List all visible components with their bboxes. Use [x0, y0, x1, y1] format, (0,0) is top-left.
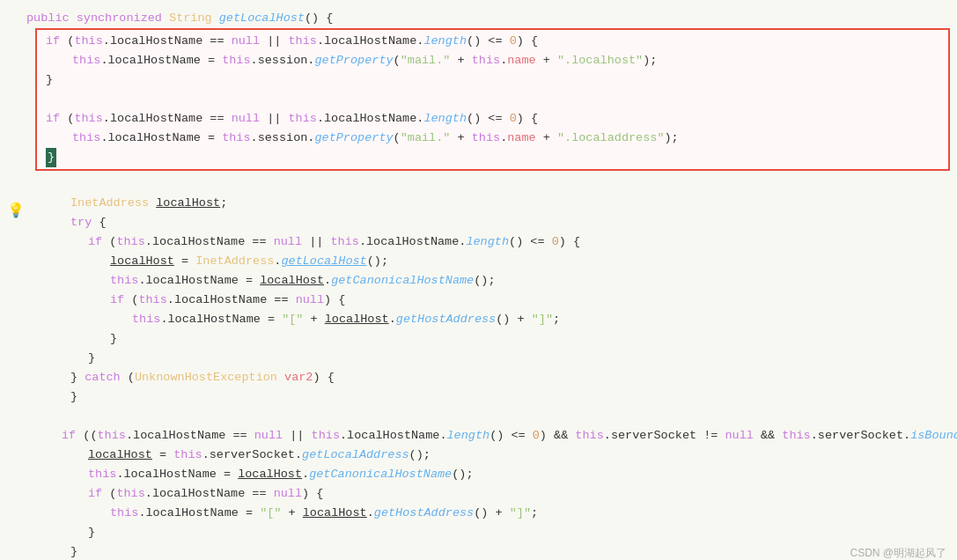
- code-line-close4: }: [35, 523, 957, 542]
- code-line-blank3: [35, 407, 957, 426]
- code-line-null-check1: if (this.localHostName == null) {: [35, 291, 957, 310]
- code-line-3: }: [37, 70, 948, 90]
- code-line-5: this.localHostName = this.session.getPro…: [37, 129, 948, 148]
- code-container: public synchronized String getLocalHost(…: [0, 0, 957, 560]
- code-line-getlocalhost: localHost = InetAddress.getLocalHost();: [35, 252, 957, 271]
- code-line-2: this.localHostName = this.session.getPro…: [37, 51, 948, 70]
- code-line-title: public synchronized String getLocalHost(…: [0, 9, 957, 28]
- code-line-serverlocal: localHost = this.serverSocket.getLocalAd…: [35, 446, 957, 465]
- code-line-null-check2: if (this.localHostName == null) {: [35, 484, 957, 504]
- code-line-4: if (this.localHostName == null || this.l…: [37, 109, 948, 129]
- code-line-hostaddress1: this.localHostName = "[" + localHost.get…: [35, 310, 957, 329]
- punct: () {: [305, 9, 333, 28]
- keyword-public: public: [26, 9, 77, 28]
- code-line-1: if (this.localHostName == null || this.l…: [37, 32, 948, 51]
- type-string: String: [169, 9, 219, 28]
- code-line-hostaddress2: this.localHostName = "[" + localHost.get…: [35, 504, 957, 523]
- method-getlocalhost: getLocalHost: [219, 9, 305, 28]
- code-line-inetaddress: InetAddress localHost;: [35, 194, 957, 213]
- code-line-canonical1: this.localHostName = localHost.getCanoni…: [35, 271, 957, 291]
- watermark: CSDN @明湖起风了: [850, 545, 946, 560]
- bulb-icon: 💡: [7, 201, 25, 224]
- code-line-close5: }: [35, 542, 957, 560]
- code-line-canonical2: this.localHostName = localHost.getCanoni…: [35, 465, 957, 484]
- code-line-blank1: [37, 90, 948, 109]
- code-line-close3: }: [35, 387, 957, 407]
- closing-brace: }: [46, 148, 56, 167]
- code-line-6: }: [37, 148, 948, 167]
- keyword-synchronized: synchronized: [77, 9, 169, 28]
- code-line-close2: }: [35, 349, 957, 368]
- highlighted-block: if (this.localHostName == null || this.l…: [35, 28, 950, 171]
- code-line-close1: }: [35, 329, 957, 349]
- code-line-catch: } catch (UnknownHostException var2) {: [35, 368, 957, 387]
- code-line-big-if: if ((this.localHostName == null || this.…: [35, 426, 957, 446]
- code-line-try: try {: [35, 213, 957, 232]
- code-after-block: InetAddress localHost; try { if (this.lo…: [0, 174, 957, 560]
- code-line-try-if: if (this.localHostName == null || this.l…: [35, 232, 957, 252]
- code-line-blank2: [35, 174, 957, 194]
